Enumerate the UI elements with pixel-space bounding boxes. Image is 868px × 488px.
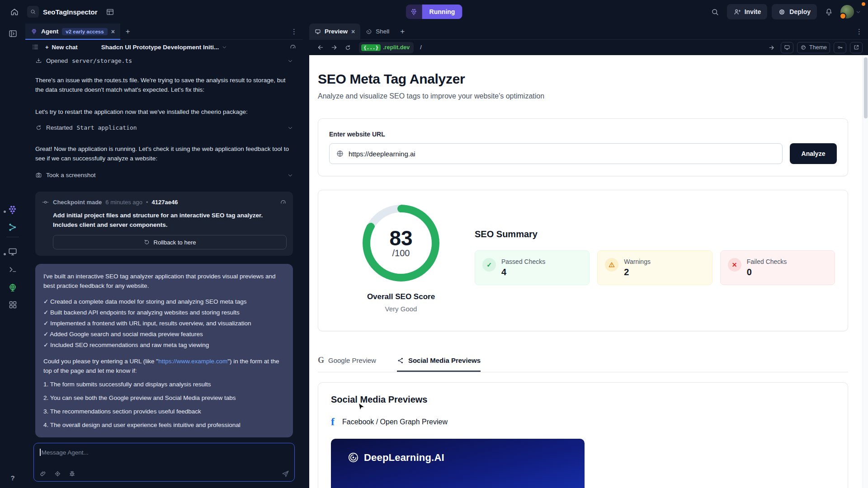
devtools-button[interactable] — [781, 42, 793, 53]
help-button[interactable]: ? — [0, 474, 25, 482]
rollback-button[interactable]: Rollback to here — [53, 235, 287, 249]
new-tab-button[interactable]: + — [120, 23, 136, 39]
bubble-question: Could you please try entering a URL (lik… — [43, 357, 285, 375]
bubble-checklist: ✓ Created a complete data model for stor… — [43, 296, 285, 351]
checkpoint-card: Checkpoint made 6 minutes ago • 4127ae46… — [35, 192, 293, 256]
tab-shell[interactable]: Shell — [360, 23, 395, 39]
preview-panel-menu[interactable]: ⋮ — [850, 23, 868, 39]
new-chat-button[interactable]: + New chat — [45, 44, 78, 51]
tab-google-preview[interactable]: G Google Preview — [318, 356, 376, 372]
theme-button[interactable]: Theme — [797, 42, 830, 53]
text-caret — [40, 449, 41, 456]
top-bar: SeoTagInspector Running Invite Deploy — [0, 0, 868, 23]
screenshot-row[interactable]: Took a screenshot — [35, 170, 293, 180]
warning-triangle-icon — [605, 258, 618, 272]
thread-list-icon[interactable] — [32, 43, 39, 51]
analyze-button[interactable]: Analyze — [790, 143, 837, 164]
agent-tab-label: Agent — [41, 28, 58, 35]
rail-apps-tool[interactable] — [0, 300, 25, 310]
stat-value: 4 — [501, 267, 545, 277]
numbered-item: 2. You can see both the Google preview a… — [43, 393, 285, 403]
help-icon: ? — [10, 474, 14, 482]
agent-composer[interactable]: Message Agent... — [33, 443, 295, 482]
social-tab-label: Social Media Previews — [408, 357, 481, 364]
restart-icon — [35, 124, 42, 131]
attach-button[interactable] — [40, 470, 47, 477]
page-scrollbar — [863, 55, 868, 488]
tab-agent[interactable]: Agent v2 early access × — [25, 23, 120, 39]
gauge-icon[interactable] — [280, 199, 287, 206]
tab-social-media-previews[interactable]: Social Media Previews — [397, 356, 481, 372]
notifications-button[interactable] — [821, 5, 836, 19]
rail-agent-tool[interactable] — [0, 204, 25, 215]
chevron-down-icon — [288, 125, 293, 131]
google-tab-label: Google Preview — [328, 357, 376, 364]
rail-webview-tool[interactable] — [0, 247, 25, 257]
forward-button[interactable] — [328, 42, 340, 53]
arrow-right-icon — [768, 44, 775, 51]
restarted-row[interactable]: Restarted Start application — [35, 123, 293, 132]
running-status-label: Running — [422, 5, 462, 19]
address-bar[interactable]: {...} .replit.dev — [359, 42, 414, 53]
website-url-field[interactable] — [329, 143, 783, 164]
replit-logo-icon — [406, 5, 422, 19]
deploy-button[interactable]: Deploy — [772, 4, 817, 19]
webview-icon — [8, 247, 18, 257]
tab-preview[interactable]: Preview × — [309, 23, 360, 39]
checkpoint-time: 6 minutes ago — [105, 197, 142, 207]
website-url-input[interactable] — [349, 150, 776, 158]
close-icon[interactable]: × — [351, 28, 355, 35]
open-graph-image-card: DeepLearning.AI — [331, 439, 585, 488]
stat-value: 0 — [747, 267, 787, 277]
secrets-button[interactable] — [834, 42, 846, 53]
thread-title-dropdown[interactable]: Shadcn UI Prototype Development Initi... — [101, 44, 227, 51]
target-context-button[interactable] — [54, 470, 61, 477]
agent-panel-menu[interactable]: ⋮ — [285, 23, 303, 39]
url-path: / — [420, 44, 421, 51]
rail-shell-tool[interactable] — [0, 265, 25, 274]
deploy-icon — [778, 8, 786, 16]
home-button[interactable] — [7, 5, 22, 19]
sidebar-toggle-button[interactable] — [0, 29, 25, 38]
send-button[interactable] — [281, 469, 290, 478]
restarted-prefix: Restarted — [46, 123, 73, 132]
scrollbar-thumb[interactable] — [864, 57, 868, 118]
notification-dot — [862, 2, 865, 6]
checkpoint-separator: • — [146, 197, 148, 207]
rollback-label: Rollback to here — [154, 239, 196, 246]
refresh-button[interactable] — [342, 42, 354, 53]
new-tab-button[interactable]: + — [395, 23, 410, 39]
theme-label: Theme — [809, 44, 827, 51]
close-icon[interactable]: × — [111, 28, 115, 35]
project-switcher[interactable]: SeoTagInspector — [27, 6, 98, 18]
preview-tab-label: Preview — [325, 28, 348, 35]
social-previews-card: Social Media Previews f Facebook / Open … — [318, 382, 848, 488]
invite-button[interactable]: Invite — [727, 4, 768, 19]
agent-version-badge: v2 early access — [62, 28, 107, 35]
back-button[interactable] — [315, 42, 326, 53]
report-bug-button[interactable] — [69, 470, 75, 477]
file-opened-icon — [35, 57, 42, 64]
open-in-new-pane-button[interactable] — [765, 42, 777, 53]
layout-icon — [106, 8, 114, 16]
usage-gauge-button[interactable] — [289, 43, 297, 51]
workspace-layout-button[interactable] — [103, 5, 118, 19]
shell-tab-label: Shell — [376, 28, 389, 35]
invite-user-icon — [733, 8, 741, 16]
example-url-link[interactable]: https://www.example.com — [158, 358, 227, 365]
numbered-item: 1. The form submits successfully and dis… — [43, 380, 285, 389]
global-search-button[interactable] — [708, 5, 722, 19]
browser-toolbar: {...} .replit.dev / Theme — [309, 40, 868, 55]
account-menu[interactable] — [840, 5, 861, 19]
rail-assistant-tool[interactable] — [0, 222, 25, 232]
checklist-item: ✓ Built backend API endpoints for analyz… — [43, 307, 285, 318]
url-form-card: Enter website URL Analyze — [318, 118, 848, 176]
rail-networking-tool[interactable] — [0, 283, 25, 293]
agent-message: There's an issue with the routes.ts file… — [35, 75, 293, 94]
preview-mode-tabs: G Google Preview Social Media Previews — [318, 356, 848, 372]
agent-summary-bubble: I've built an interactive SEO tag analyz… — [35, 264, 293, 437]
open-external-button[interactable] — [850, 42, 863, 53]
opened-file-row[interactable]: Opened server/storage.ts — [35, 56, 293, 66]
run-status-badge[interactable]: Running — [406, 5, 462, 19]
stat-label: Failed Checks — [747, 258, 787, 265]
